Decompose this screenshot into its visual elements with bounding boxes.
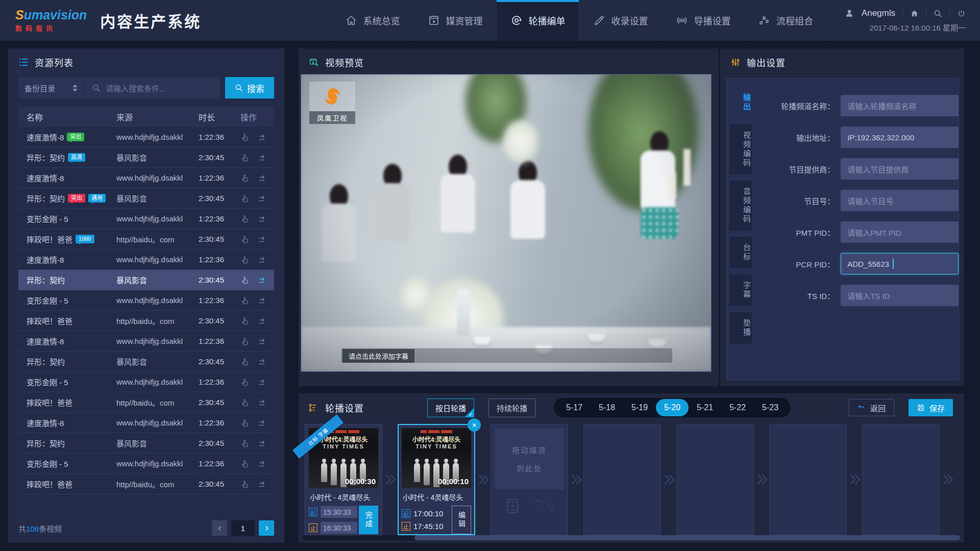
continuous-mode-button[interactable]: 持续轮播	[488, 398, 535, 417]
field-input[interactable]: 请输入PMT PID	[841, 221, 959, 243]
preview-hand-icon[interactable]	[240, 133, 250, 142]
table-row[interactable]: 异形：契约 暴风影音 2:30:45	[18, 433, 274, 454]
table-row[interactable]: 变形金刚 - 5 www.hdjhifjg.dsakkl 1:22:36	[18, 209, 274, 229]
preview-hand-icon[interactable]	[240, 418, 250, 428]
table-row[interactable]: 摔跤吧！爸爸 http//baidu。com 2:30:45	[18, 311, 274, 331]
field-input[interactable]: 请输入节目号	[841, 190, 959, 211]
add-to-playlist-icon[interactable]	[258, 153, 267, 162]
add-to-playlist-icon[interactable]	[258, 173, 267, 183]
nav-item-media[interactable]: 媒资管理	[413, 0, 496, 41]
field-input[interactable]: ADD_55623	[841, 253, 959, 274]
add-to-playlist-icon[interactable]	[258, 235, 267, 244]
date-tab[interactable]: 5-21	[689, 399, 721, 416]
start-time-input[interactable]: 15:30:33	[321, 506, 357, 518]
table-row[interactable]: 速度激情-8 www.hdjhifjg.dsakkl 1:22:36	[18, 331, 274, 352]
power-icon[interactable]	[957, 9, 966, 18]
table-row[interactable]: 速度激情-8 www.hdjhifjg.dsakkl 1:22:36	[18, 249, 274, 270]
add-to-playlist-icon[interactable]	[258, 357, 267, 366]
end-time-input[interactable]: 16:30:33	[321, 522, 357, 534]
preview-hand-icon[interactable]	[240, 398, 250, 407]
edit-button[interactable]: 编辑	[452, 506, 471, 534]
output-tab[interactable]: 垫播	[729, 312, 752, 344]
date-tab[interactable]: 5-17	[558, 399, 591, 416]
preview-hand-icon[interactable]	[240, 316, 250, 325]
add-subtitle-area[interactable]: 请点击此处添加字幕	[341, 348, 673, 363]
nav-item-edit[interactable]: 收录设置	[579, 0, 662, 41]
table-row[interactable]: 异形：契约 暴风影音 2:30:45	[18, 352, 274, 372]
search-icon[interactable]	[934, 9, 942, 18]
search-button[interactable]: 搜索	[225, 77, 274, 98]
add-to-playlist-icon[interactable]	[258, 418, 267, 428]
table-row[interactable]: 异形：契约突出通用 暴风影音 2:30:45	[18, 188, 274, 209]
save-button[interactable]: 保存	[909, 399, 953, 416]
home-icon[interactable]	[910, 9, 919, 18]
empty-slot[interactable]	[862, 424, 940, 535]
empty-slot[interactable]	[583, 424, 661, 535]
preview-hand-icon[interactable]	[240, 378, 250, 387]
add-to-playlist-icon[interactable]	[258, 480, 267, 489]
nav-item-workflow[interactable]: 流程组合	[744, 0, 827, 41]
preview-hand-icon[interactable]	[240, 173, 250, 183]
nav-item-home[interactable]: 系统总览	[331, 0, 413, 41]
date-tab[interactable]: 5-19	[623, 399, 656, 416]
output-tab[interactable]: 台标	[729, 237, 752, 268]
table-row[interactable]: 摔跤吧！爸爸1080 http//baidu。com 2:30:45	[18, 229, 274, 249]
drop-slot[interactable]: 拖动媒资 到此处	[491, 424, 568, 535]
add-to-playlist-icon[interactable]	[258, 255, 267, 264]
table-row[interactable]: 变形金刚 - 5 www.hdjhifjg.dsakkl 1:22:36	[18, 372, 274, 392]
complete-button[interactable]: 完成	[359, 506, 378, 534]
add-to-playlist-icon[interactable]	[258, 439, 267, 448]
preview-hand-icon[interactable]	[240, 439, 250, 448]
video-player[interactable]: 凤凰卫视 请点击此处添加字幕	[301, 74, 712, 372]
table-row[interactable]: 变形金刚 - 5 www.hdjhifjg.dsakkl 1:22:36	[18, 454, 274, 474]
add-to-playlist-icon[interactable]	[258, 378, 267, 387]
add-to-playlist-icon[interactable]	[258, 296, 267, 305]
table-row[interactable]: 速度激情-8 www.hdjhifjg.dsakkl 1:22:36	[18, 168, 274, 188]
table-row[interactable]: 变形金刚 - 5 www.hdjhifjg.dsakkl 1:22:36	[18, 290, 274, 311]
username[interactable]: Anegmls	[862, 8, 895, 18]
nav-item-carousel[interactable]: 轮播编单	[496, 0, 579, 41]
prev-page-button[interactable]	[212, 520, 227, 536]
schedule-card-1[interactable]: 台标 字幕 小时代4:灵魂尽头 TINY TIMES 00:00:30 小时代 …	[305, 424, 382, 535]
add-to-playlist-icon[interactable]	[258, 398, 267, 407]
nav-item-broadcast[interactable]: 导播设置	[662, 0, 744, 41]
empty-slot[interactable]	[769, 424, 847, 535]
scrollbar-thumb[interactable]	[414, 535, 960, 540]
directory-dropdown[interactable]: 备份目录	[18, 77, 84, 98]
field-input[interactable]: IP:192.362.322.000	[841, 127, 959, 148]
table-row[interactable]: 摔跤吧！爸爸 http//baidu。com 2:30:45	[18, 474, 274, 494]
preview-hand-icon[interactable]	[240, 296, 250, 305]
preview-hand-icon[interactable]	[240, 357, 250, 366]
next-page-button[interactable]	[259, 520, 274, 536]
preview-hand-icon[interactable]	[240, 337, 250, 346]
date-tab[interactable]: 5-22	[721, 399, 754, 416]
table-row[interactable]: 异形：契约高清 暴风影音 2:30:45	[18, 147, 274, 168]
table-row[interactable]: 速度激情-8突出 www.hdjhifjg.dsakkl 1:22:36	[18, 127, 274, 147]
field-input[interactable]: 请输入TS ID	[841, 285, 959, 306]
add-to-playlist-icon[interactable]	[258, 276, 267, 285]
table-row[interactable]: 异形：契约 暴风影音 2:30:45	[18, 270, 274, 290]
preview-hand-icon[interactable]	[240, 153, 250, 162]
output-tab[interactable]: 字幕	[729, 274, 752, 306]
add-to-playlist-icon[interactable]	[258, 133, 267, 142]
preview-hand-icon[interactable]	[240, 276, 250, 285]
preview-hand-icon[interactable]	[240, 480, 250, 489]
add-to-playlist-icon[interactable]	[258, 337, 267, 346]
table-row[interactable]: 速度激情-8 www.hdjhifjg.dsakkl 1:22:36	[18, 413, 274, 433]
add-to-playlist-icon[interactable]	[258, 316, 267, 325]
remove-card-button[interactable]	[468, 418, 481, 432]
add-to-playlist-icon[interactable]	[258, 214, 267, 223]
preview-hand-icon[interactable]	[240, 194, 250, 203]
table-row[interactable]: 摔跤吧！爸爸 http//baidu。com 2:30:45	[18, 392, 274, 413]
date-tab[interactable]: 5-23	[754, 399, 787, 416]
field-input[interactable]: 请输入节目提供商	[841, 158, 959, 180]
output-tab[interactable]: 视频编码	[729, 124, 752, 174]
date-tab[interactable]: 5-20	[656, 399, 689, 416]
date-tab[interactable]: 5-18	[591, 399, 623, 416]
drop-target[interactable]: 拖动媒资 到此处	[495, 428, 564, 489]
add-to-playlist-icon[interactable]	[258, 459, 267, 468]
schedule-card-2[interactable]: 小时代4:灵魂尽头 TINY TIMES 00:00:10 小时代 - 4灵魂尽…	[398, 424, 475, 535]
output-tab[interactable]: 输出	[729, 87, 752, 118]
back-button[interactable]: 返回	[849, 399, 894, 416]
add-to-playlist-icon[interactable]	[258, 194, 267, 203]
